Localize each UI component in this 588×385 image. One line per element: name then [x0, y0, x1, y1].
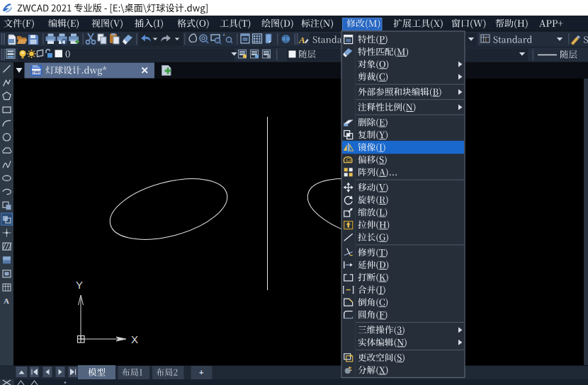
svg-text:Y: Y: [76, 279, 83, 291]
svg-text:A: A: [4, 297, 9, 305]
svg-text:DWG: DWG: [32, 70, 43, 74]
svg-text:A: A: [298, 35, 305, 45]
svg-text:X: X: [131, 333, 138, 345]
svg-text:+: +: [199, 368, 203, 377]
svg-text:1: 1: [485, 37, 487, 43]
svg-text:+: +: [222, 33, 225, 38]
